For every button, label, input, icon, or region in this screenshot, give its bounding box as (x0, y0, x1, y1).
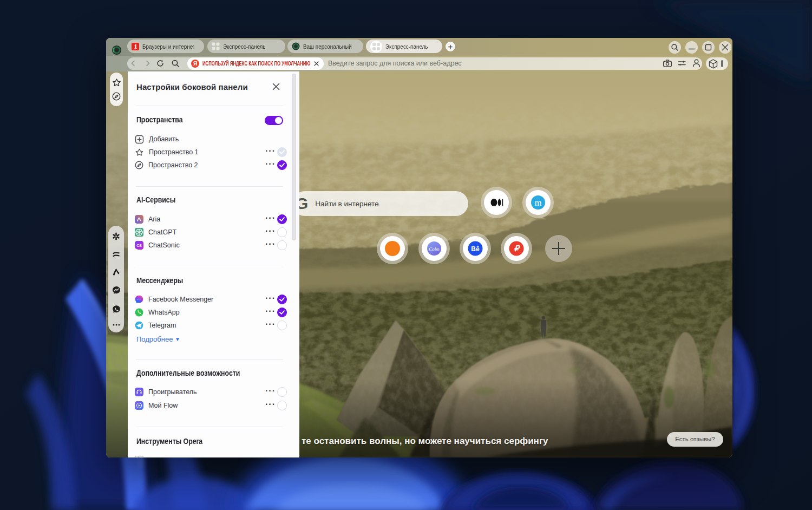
svg-text:1: 1 (134, 43, 137, 50)
svg-text:CS: CS (136, 244, 142, 247)
svg-text:Bē: Bē (471, 245, 480, 253)
svg-text:m: m (534, 198, 541, 208)
svg-text:Calm: Calm (429, 246, 440, 252)
